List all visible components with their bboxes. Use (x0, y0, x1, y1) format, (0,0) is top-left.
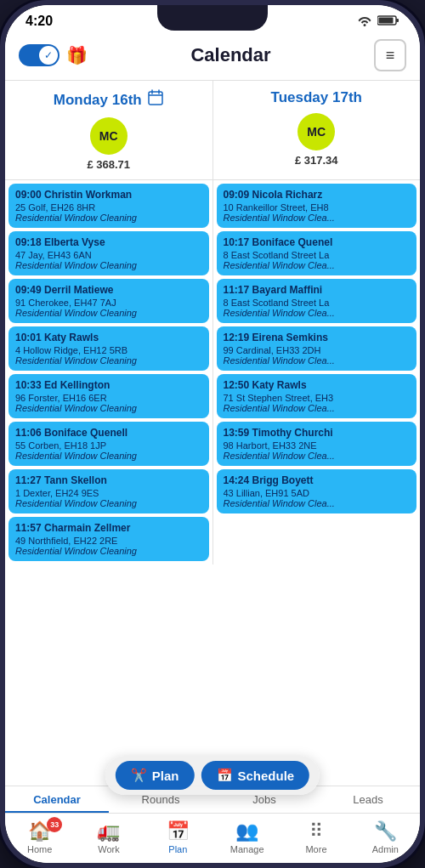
list-item[interactable]: 09:09 Nicola Richarz 10 Rankeillor Stree… (217, 184, 417, 228)
calendar-scroll[interactable]: 09:00 Christin Workman 25 Golf, EH26 8HR… (5, 180, 420, 786)
calendar-icon-monday (147, 89, 164, 111)
tab-more[interactable]: ⠿ More (281, 814, 350, 863)
apt-service: Residential Window Clea... (224, 451, 411, 461)
plan-button[interactable]: ✂️ Plan (116, 761, 195, 790)
plan-label: Plan (152, 769, 179, 783)
avatar-tuesday: MC (298, 113, 335, 150)
manage-label: Manage (230, 844, 264, 854)
apt-time-name: 11:06 Boniface Quenell (15, 427, 202, 439)
apt-service: Residential Window Cleaning (15, 308, 202, 318)
list-item[interactable]: 11:57 Charmain Zellmer 49 Northfield, EH… (8, 517, 209, 561)
avatar-monday: MC (90, 117, 128, 155)
list-item[interactable]: 09:49 Derril Matiewe 91 Cherokee, EH47 7… (8, 279, 209, 323)
list-item[interactable]: 09:18 Elberta Vyse 47 Jay, EH43 6AN Resi… (8, 231, 209, 275)
apt-service: Residential Window Clea... (224, 498, 411, 508)
notch (157, 5, 268, 31)
apt-service: Residential Window Cleaning (15, 260, 202, 270)
schedule-button[interactable]: 📅 Schedule (201, 761, 310, 790)
work-icon: 🚛 (97, 820, 120, 842)
list-item[interactable]: 10:33 Ed Kellington 96 Forster, EH16 6ER… (8, 374, 209, 418)
tuesday-title[interactable]: Tuesday 17th (220, 89, 414, 106)
tuesday-label: Tuesday 17th (271, 89, 362, 106)
svg-rect-2 (379, 17, 394, 23)
list-item[interactable]: 09:00 Christin Workman 25 Golf, EH26 8HR… (8, 184, 209, 228)
apt-address: 47 Jay, EH43 6AN (15, 250, 202, 260)
manage-icon: 👥 (235, 820, 258, 842)
apt-time-name: 11:57 Charmain Zellmer (15, 522, 202, 534)
day-header: Monday 16th MC £ 368.71 Tuesday 17 (5, 81, 420, 180)
earnings-monday: £ 368.71 (12, 158, 206, 171)
tuesday-appointments: 09:09 Nicola Richarz 10 Rankeillor Stree… (213, 180, 421, 564)
gift-icon[interactable]: 🎁 (66, 45, 88, 65)
apt-address: 96 Forster, EH16 6ER (15, 393, 202, 403)
bottom-tabs: Calendar Rounds Jobs Leads 33 🏠 Home 🚛 W… (5, 786, 420, 863)
apt-address: 91 Cherokee, EH47 7AJ (15, 298, 202, 308)
battery-icon (377, 14, 400, 29)
apt-address: 99 Cardinal, EH33 2DH (224, 345, 411, 355)
status-icons (357, 14, 400, 29)
tab-admin[interactable]: 🔧 Admin (351, 814, 420, 863)
list-item[interactable]: 11:27 Tann Skellon 1 Dexter, EH24 9ES Re… (8, 469, 209, 513)
check-icon: ✓ (44, 49, 53, 61)
apt-address: 55 Corben, EH18 1JP (15, 440, 202, 451)
apt-address: 8 East Scotland Street La (224, 250, 411, 260)
apt-time-name: 10:17 Boniface Quenel (224, 236, 411, 248)
apt-time-name: 10:33 Ed Kellington (15, 379, 202, 391)
plan-nav-label: Plan (168, 844, 187, 854)
monday-title[interactable]: Monday 16th (12, 89, 206, 111)
tab-manage[interactable]: 👥 Manage (212, 814, 281, 863)
tab-leads[interactable]: Leads (316, 786, 420, 813)
home-label: Home (27, 844, 52, 854)
list-item[interactable]: 10:01 Katy Rawls 4 Hollow Ridge, EH12 5R… (8, 326, 209, 371)
list-item[interactable]: 12:19 Eirena Semkins 99 Cardinal, EH33 2… (217, 326, 417, 371)
tab-calendar[interactable]: Calendar (5, 786, 109, 813)
list-item[interactable]: 11:06 Boniface Quenell 55 Corben, EH18 1… (8, 422, 209, 466)
tab-work[interactable]: 🚛 Work (74, 814, 143, 863)
apt-time-name: 09:00 Christin Workman (15, 189, 202, 201)
apt-address: 1 Dexter, EH24 9ES (15, 488, 202, 498)
work-label: Work (98, 844, 119, 854)
apt-address: 98 Harbort, EH33 2NE (224, 440, 411, 451)
list-item[interactable]: 12:50 Katy Rawls 71 St Stephen Street, E… (217, 374, 417, 418)
plan-nav-icon: 📅 (167, 820, 190, 842)
app-header: ✓ 🎁 Calendar ≡ (5, 32, 420, 81)
appointments-grid: 09:00 Christin Workman 25 Golf, EH26 8HR… (5, 180, 420, 564)
apt-service: Residential Window Cleaning (15, 546, 202, 556)
apt-time-name: 14:24 Brigg Boyett (224, 474, 411, 486)
admin-icon: 🔧 (374, 820, 397, 842)
phone-screen: 4:20 (5, 5, 420, 863)
tab-home[interactable]: 33 🏠 Home (5, 814, 74, 863)
apt-time-name: 13:59 Timothy Churchi (224, 427, 411, 439)
apt-service: Residential Window Clea... (224, 213, 411, 223)
apt-address: 49 Northfield, EH22 2RE (15, 536, 202, 546)
tabs-row2: 33 🏠 Home 🚛 Work 📅 Plan 👥 Manage ⠿ (5, 814, 420, 863)
more-icon: ⠿ (309, 820, 323, 842)
list-item[interactable]: 14:24 Brigg Boyett 43 Lillian, EH91 5AD … (217, 469, 417, 513)
list-item[interactable]: 11:17 Bayard Maffini 8 East Scotland Str… (217, 279, 417, 323)
calendar-body: 09:00 Christin Workman 25 Golf, EH26 8HR… (5, 180, 420, 786)
toggle-switch[interactable]: ✓ (19, 44, 60, 66)
menu-button[interactable]: ≡ (374, 39, 406, 71)
apt-service: Residential Window Clea... (224, 355, 411, 366)
plan-icon: ✂️ (131, 768, 147, 783)
apt-time-name: 12:50 Katy Rawls (224, 379, 411, 391)
tab-plan[interactable]: 📅 Plan (144, 814, 212, 863)
apt-time-name: 11:17 Bayard Maffini (224, 284, 411, 296)
apt-service: Residential Window Cleaning (15, 355, 202, 366)
apt-address: 43 Lillian, EH91 5AD (224, 488, 411, 498)
apt-time-name: 10:01 Katy Rawls (15, 332, 202, 343)
day-col-monday: Monday 16th MC £ 368.71 (5, 81, 213, 179)
list-item[interactable]: 10:17 Boniface Quenel 8 East Scotland St… (217, 231, 417, 275)
schedule-icon: 📅 (217, 768, 233, 783)
wifi-icon (357, 14, 372, 29)
apt-time-name: 12:19 Eirena Semkins (224, 332, 411, 343)
apt-time-name: 11:27 Tann Skellon (15, 474, 202, 486)
apt-service: Residential Window Cleaning (15, 213, 202, 223)
header-left: ✓ 🎁 (19, 44, 88, 66)
day-col-tuesday: Tuesday 17th MC £ 317.34 (213, 81, 421, 179)
list-item[interactable]: 13:59 Timothy Churchi 98 Harbort, EH33 2… (217, 422, 417, 466)
svg-rect-3 (149, 92, 162, 105)
apt-address: 25 Golf, EH26 8HR (15, 202, 202, 213)
status-time: 4:20 (26, 14, 53, 29)
apt-address: 10 Rankeillor Street, EH8 (224, 202, 411, 213)
